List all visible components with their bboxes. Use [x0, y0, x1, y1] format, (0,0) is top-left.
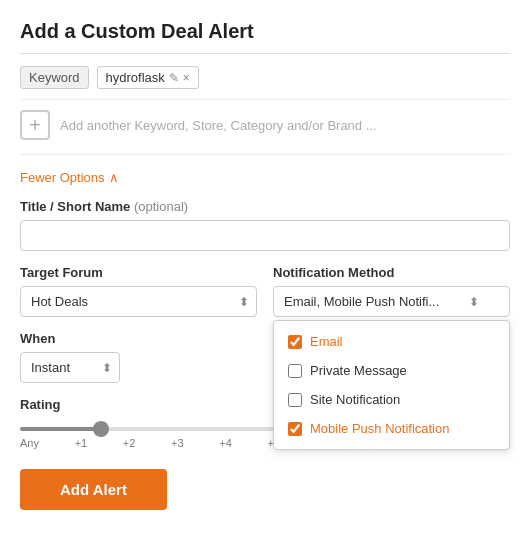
rating-slider-container: Any+1+2+3+4+5	[20, 418, 280, 449]
notification-method-col: Notification Method Email, Mobile Push N…	[273, 265, 510, 317]
rating-label-item: +3	[171, 437, 184, 449]
add-row: + Add another Keyword, Store, Category a…	[20, 110, 510, 155]
rating-label-item: +2	[123, 437, 136, 449]
add-placeholder: Add another Keyword, Store, Category and…	[60, 118, 377, 133]
notification-checkbox-1[interactable]	[288, 364, 302, 378]
notification-checkbox-0[interactable]	[288, 335, 302, 349]
notification-method-chevron-icon: ⬍	[469, 295, 479, 309]
notification-method-label: Notification Method	[273, 265, 510, 280]
fewer-options-label: Fewer Options	[20, 170, 105, 185]
page-title: Add a Custom Deal Alert	[20, 20, 510, 54]
notification-method-value: Email, Mobile Push Notifi...	[284, 294, 439, 309]
target-forum-wrapper: Hot Deals Deals All Forums ⬍	[20, 286, 257, 317]
notification-dropdown-item[interactable]: Mobile Push Notification	[274, 414, 509, 443]
rating-slider[interactable]	[20, 427, 280, 431]
rating-label-item: +1	[75, 437, 88, 449]
target-forum-select[interactable]: Hot Deals Deals All Forums	[20, 286, 257, 317]
notification-method-display[interactable]: Email, Mobile Push Notifi... ⬍	[273, 286, 510, 317]
add-alert-button[interactable]: Add Alert	[20, 469, 167, 510]
add-keyword-button[interactable]: +	[20, 110, 50, 140]
notification-dropdown-item[interactable]: Site Notification	[274, 385, 509, 414]
rating-label-item: +4	[219, 437, 232, 449]
title-section-label: Title / Short Name (optional)	[20, 199, 510, 214]
notification-item-label-2: Site Notification	[310, 392, 400, 407]
notification-dropdown-item[interactable]: Private Message	[274, 356, 509, 385]
rating-labels: Any+1+2+3+4+5	[20, 437, 280, 449]
edit-icon[interactable]: ✎	[169, 71, 179, 85]
fewer-options-chevron-icon: ∧	[109, 170, 119, 185]
rating-label-item: Any	[20, 437, 39, 449]
title-input[interactable]	[20, 220, 510, 251]
notification-item-label-3: Mobile Push Notification	[310, 421, 449, 436]
when-select[interactable]: Instant Daily Weekly	[20, 352, 120, 383]
target-forum-col: Target Forum Hot Deals Deals All Forums …	[20, 265, 257, 317]
title-optional-label: (optional)	[134, 199, 188, 214]
keyword-tag: hydroflask ✎ ×	[97, 66, 199, 89]
notification-checkbox-3[interactable]	[288, 422, 302, 436]
notification-dropdown: EmailPrivate MessageSite NotificationMob…	[273, 320, 510, 450]
close-icon[interactable]: ×	[183, 71, 190, 85]
keyword-row: Keyword hydroflask ✎ ×	[20, 66, 510, 100]
notification-dropdown-item[interactable]: Email	[274, 327, 509, 356]
target-forum-label: Target Forum	[20, 265, 257, 280]
keyword-label: Keyword	[20, 66, 89, 89]
notification-checkbox-2[interactable]	[288, 393, 302, 407]
when-wrapper: Instant Daily Weekly ⬍	[20, 352, 120, 383]
notification-method-wrapper: Email, Mobile Push Notifi... ⬍ EmailPriv…	[273, 286, 510, 317]
notification-item-label-1: Private Message	[310, 363, 407, 378]
keyword-tag-value: hydroflask	[106, 70, 165, 85]
fewer-options-link[interactable]: Fewer Options ∧	[20, 170, 119, 185]
forum-notification-row: Target Forum Hot Deals Deals All Forums …	[20, 265, 510, 317]
notification-item-label-0: Email	[310, 334, 343, 349]
